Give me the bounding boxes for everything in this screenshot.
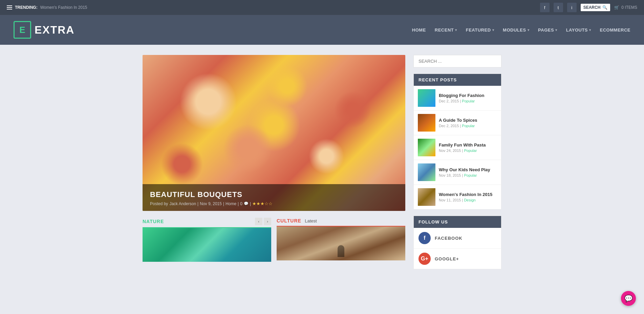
nature-image: [143, 228, 271, 262]
culture-subtitle: Latest: [305, 218, 317, 223]
facebook-follow[interactable]: f FACEBOOK: [414, 228, 501, 249]
spices-thumb: [418, 114, 435, 132]
post-thumbnail: [418, 139, 435, 156]
post-category[interactable]: Popular: [462, 124, 475, 128]
post-category[interactable]: Popular: [462, 99, 475, 103]
nav-ecommerce[interactable]: ECOMMERCE: [600, 27, 630, 33]
post-thumbnail: [418, 188, 435, 206]
left-column: BEAUTIFUL BOUQUETS Posted by Jack Anders…: [143, 55, 405, 275]
recent-posts-section: RECENT POSTS Blogging For Fashion Dec 2,…: [413, 74, 501, 210]
hero-overlay: BEAUTIFUL BOUQUETS Posted by Jack Anders…: [143, 184, 405, 211]
fashion-thumb: [418, 89, 435, 107]
top-bar-right: f t i SEARCH 🔍 🛒 0 ITEMS: [540, 3, 637, 12]
right-sidebar: RECENT POSTS Blogging For Fashion Dec 2,…: [413, 55, 501, 275]
nature-next-button[interactable]: ›: [264, 218, 271, 225]
post-meta: Nov 11, 2015 | Design: [439, 198, 497, 202]
list-item[interactable]: Women's Fashion In 2015 Nov 11, 2015 | D…: [414, 185, 501, 209]
post-category[interactable]: Design: [464, 198, 475, 202]
nav-recent[interactable]: RECENT ▾: [435, 27, 457, 33]
google-follow[interactable]: G+ GOOGLE+: [414, 249, 501, 269]
culture-image: [277, 227, 405, 260]
follow-us-section: FOLLOW US f FACEBOOK G+ GOOGLE+: [413, 216, 501, 269]
post-title[interactable]: Blogging For Fashion: [439, 93, 497, 98]
hero-date: Nov 9, 2015: [200, 201, 222, 206]
nature-section-nav: ‹ ›: [255, 218, 271, 225]
trending-label: TRENDING:: [15, 5, 38, 10]
hero-comments: 0: [240, 201, 242, 206]
post-thumbnail: [418, 114, 435, 132]
post-date: Dec 2, 2015: [439, 99, 459, 103]
google-label: GOOGLE+: [435, 256, 459, 261]
kids-thumb: [418, 163, 435, 181]
sidebar-search-input[interactable]: [418, 59, 496, 64]
search-label: SEARCH: [583, 5, 601, 10]
nav-home[interactable]: HOME: [412, 27, 426, 33]
nature-section-header: NATURE ‹ ›: [143, 218, 271, 228]
facebook-label: FACEBOOK: [435, 236, 463, 241]
post-meta: Dec 2, 2015 | Popular: [439, 124, 497, 128]
nav-featured[interactable]: FEATURED ▾: [466, 27, 494, 33]
nav-pages[interactable]: PAGES ▾: [538, 27, 557, 33]
cart-label: 0 ITEMS: [621, 5, 637, 10]
cart-icon: 🛒: [614, 5, 619, 10]
nav-layouts[interactable]: LAYOUTS ▾: [566, 27, 591, 33]
hero-category[interactable]: Home: [226, 201, 236, 206]
hero-posted-by: Posted by: [150, 201, 168, 206]
culture-title[interactable]: CULTURE: [277, 218, 301, 223]
post-info: Blogging For Fashion Dec 2, 2015 | Popul…: [439, 93, 497, 103]
post-meta: Nov 18, 2015 | Popular: [439, 173, 497, 177]
hero-title[interactable]: BEAUTIFUL BOUQUETS: [150, 190, 398, 199]
post-date: Nov 24, 2015: [439, 149, 461, 153]
header: E EXTRA HOME RECENT ▾ FEATURED ▾ MODULES…: [0, 15, 644, 45]
twitter-social-icon[interactable]: t: [554, 3, 563, 12]
post-info: A Guide To Spices Dec 2, 2015 | Popular: [439, 118, 497, 128]
hero-meta: Posted by Jack Anderson | Nov 9, 2015 | …: [150, 201, 398, 206]
list-item[interactable]: A Guide To Spices Dec 2, 2015 | Popular: [414, 111, 501, 135]
post-title[interactable]: Family Fun With Pasta: [439, 142, 497, 148]
post-date: Dec 2, 2015: [439, 124, 459, 128]
nature-section: NATURE ‹ ›: [143, 218, 271, 262]
post-title[interactable]: Women's Fashion In 2015: [439, 192, 497, 197]
hero: BEAUTIFUL BOUQUETS Posted by Jack Anders…: [143, 55, 405, 211]
recent-posts-header: RECENT POSTS: [414, 74, 501, 86]
hero-author[interactable]: Jack Anderson: [169, 201, 196, 206]
nav: HOME RECENT ▾ FEATURED ▾ MODULES ▾ PAGES…: [412, 27, 630, 33]
hamburger-icon[interactable]: [7, 5, 12, 9]
cart-box[interactable]: 🛒 0 ITEMS: [614, 5, 637, 10]
chevron-down-icon: ▾: [492, 28, 494, 32]
post-title[interactable]: A Guide To Spices: [439, 118, 497, 123]
nature-prev-button[interactable]: ‹: [255, 218, 262, 225]
instagram-social-icon[interactable]: i: [567, 3, 577, 12]
sidebar-search[interactable]: [413, 55, 501, 67]
trending-text: Women's Fashion In 2015: [40, 5, 87, 10]
chevron-down-icon: ▾: [589, 28, 591, 32]
list-item[interactable]: Family Fun With Pasta Nov 24, 2015 | Pop…: [414, 135, 501, 160]
post-thumbnail: [418, 163, 435, 181]
chevron-down-icon: ▾: [455, 28, 457, 32]
logo[interactable]: E EXTRA: [14, 21, 74, 39]
list-item[interactable]: Why Our Kids Need Play Nov 18, 2015 | Po…: [414, 160, 501, 185]
post-title[interactable]: Why Our Kids Need Play: [439, 167, 497, 172]
women-thumb: [418, 188, 435, 206]
facebook-social-icon[interactable]: f: [540, 3, 550, 12]
star-rating[interactable]: ★★★☆☆: [252, 201, 273, 206]
culture-section: CULTURE Latest: [277, 218, 405, 262]
search-icon: 🔍: [602, 5, 607, 10]
post-info: Why Our Kids Need Play Nov 18, 2015 | Po…: [439, 167, 497, 177]
post-thumbnail: [418, 89, 435, 107]
chevron-down-icon: ▾: [528, 28, 530, 32]
post-date: Nov 11, 2015: [439, 198, 461, 202]
post-category[interactable]: Popular: [464, 149, 477, 153]
search-box[interactable]: SEARCH 🔍: [581, 4, 610, 11]
nav-modules[interactable]: MODULES ▾: [503, 27, 529, 33]
post-date: Nov 18, 2015: [439, 173, 461, 177]
post-meta: Nov 24, 2015 | Popular: [439, 149, 497, 153]
list-item[interactable]: Blogging For Fashion Dec 2, 2015 | Popul…: [414, 86, 501, 111]
top-bar: TRENDING: Women's Fashion In 2015 f t i …: [0, 0, 644, 15]
post-category[interactable]: Popular: [464, 173, 477, 177]
chevron-down-icon: ▾: [555, 28, 557, 32]
nature-title[interactable]: NATURE: [143, 219, 164, 224]
top-bar-left: TRENDING: Women's Fashion In 2015: [7, 5, 87, 10]
culture-section-header: CULTURE Latest: [277, 218, 405, 227]
post-info: Family Fun With Pasta Nov 24, 2015 | Pop…: [439, 142, 497, 153]
